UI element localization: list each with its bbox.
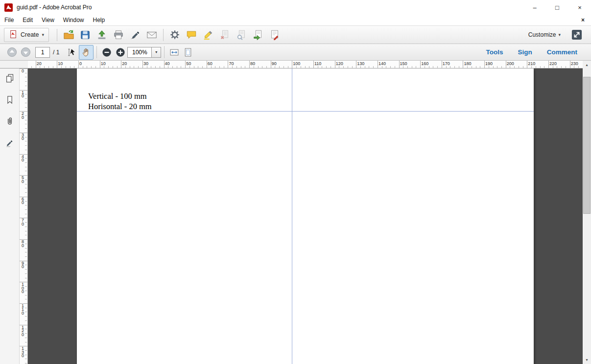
scroll-down-button[interactable]: ▼: [583, 356, 591, 364]
page-text-line: Horisontal - 20 mm: [88, 101, 152, 112]
printer-icon: [113, 29, 124, 40]
pages-icon: [4, 73, 15, 84]
select-cursor-icon: [67, 47, 76, 57]
menu-edit[interactable]: Edit: [18, 15, 37, 25]
plus-circle-icon: [116, 47, 125, 57]
attachments-button[interactable]: [3, 114, 17, 128]
hand-tool-button[interactable]: [79, 45, 94, 60]
bookmark-icon: [5, 95, 15, 105]
create-button[interactable]: Create ▾: [4, 28, 49, 42]
scroll-up-button[interactable]: ▲: [583, 61, 591, 69]
zoom-in-button[interactable]: [114, 46, 127, 59]
comment-pane-button[interactable]: Comment: [547, 48, 577, 56]
close-button[interactable]: ×: [568, 0, 591, 15]
chevron-down-icon: ▾: [42, 32, 45, 37]
scrollbar-thumb[interactable]: [583, 77, 591, 214]
acrobat-window: guid.pdf - Adobe Acrobat Pro – □ × File …: [0, 0, 591, 364]
sign-pen-button[interactable]: [127, 27, 143, 42]
select-tool-button[interactable]: [64, 45, 79, 60]
settings-button[interactable]: [166, 27, 183, 42]
document-delete-button[interactable]: [216, 27, 233, 42]
document-canvas[interactable]: Vertical - 100 mm Horisontal - 20 mm: [28, 68, 583, 364]
document-arrow-icon: [253, 29, 263, 40]
tools-pane-button[interactable]: Tools: [486, 48, 503, 56]
fit-page-icon: [183, 47, 193, 57]
highlighter-icon: [203, 29, 213, 40]
task-pane-links: Tools Sign Comment: [486, 48, 586, 56]
document-magnifier-icon: [236, 29, 247, 40]
bookmarks-button[interactable]: [3, 93, 17, 106]
main-toolbar: Create ▾: [0, 25, 591, 44]
pdf-page[interactable]: Vertical - 100 mm Horisontal - 20 mm: [77, 68, 534, 364]
open-file-button[interactable]: [60, 27, 77, 42]
fullscreen-icon: [571, 29, 582, 40]
acrobat-icon: [4, 3, 13, 12]
edit-form-button[interactable]: [266, 27, 283, 42]
menu-window[interactable]: Window: [59, 15, 89, 25]
pen-icon: [130, 29, 141, 40]
fit-width-icon: [169, 47, 179, 57]
highlight-text-button[interactable]: [200, 27, 216, 42]
page-count-label: / 1: [53, 49, 59, 56]
signature-icon: [5, 138, 15, 148]
horizontal-guide[interactable]: [77, 111, 534, 112]
upload-cloud-button[interactable]: [94, 27, 110, 42]
arrow-down-icon: [21, 47, 31, 57]
next-page-button[interactable]: [19, 46, 32, 59]
fit-width-button[interactable]: [167, 46, 181, 59]
customize-button[interactable]: Customize ▾: [528, 31, 561, 38]
paperclip-icon: [5, 116, 15, 126]
create-label: Create: [21, 31, 39, 38]
sign-pane-button[interactable]: Sign: [518, 48, 532, 56]
customize-label: Customize: [528, 31, 556, 38]
window-controls: – □ ×: [523, 0, 591, 15]
upload-icon: [96, 29, 107, 40]
toolbar-separator: [96, 46, 97, 58]
arrow-up-icon: [7, 47, 17, 57]
email-button[interactable]: [143, 27, 160, 42]
ruler-corner: [0, 61, 28, 68]
zoom-level-input[interactable]: [127, 47, 152, 58]
previous-page-button[interactable]: [5, 46, 19, 59]
toolbar-separator: [57, 29, 57, 41]
document-x-icon: [219, 29, 230, 40]
chevron-down-icon: ▾: [155, 50, 157, 54]
signatures-button[interactable]: [3, 136, 17, 149]
page-number-input[interactable]: [35, 47, 50, 58]
toolbar-separator: [164, 46, 165, 58]
document-search-button[interactable]: [233, 27, 250, 42]
comment-button[interactable]: [183, 27, 200, 42]
vertical-guide[interactable]: [292, 68, 292, 364]
page-text-block: Vertical - 100 mm Horisontal - 20 mm: [88, 91, 152, 112]
save-icon: [80, 29, 91, 40]
form-pen-icon: [269, 29, 280, 40]
vertical-scrollbar[interactable]: ▲ ▼: [583, 61, 591, 364]
titlebar: guid.pdf - Adobe Acrobat Pro – □ ×: [0, 0, 591, 15]
gear-icon: [169, 29, 180, 40]
save-button[interactable]: [77, 27, 94, 42]
minus-circle-icon: [102, 47, 112, 57]
horizontal-ruler[interactable]: 2010010203040506070809010011012013014015…: [28, 61, 583, 68]
document-export-button[interactable]: [250, 27, 266, 42]
zoom-dropdown-button[interactable]: ▾: [152, 47, 161, 58]
vertical-ruler[interactable]: 01 02 03 04 05 06 07 08 09 01 0 01 1 01 …: [20, 68, 28, 364]
zoom-out-button[interactable]: [100, 46, 114, 59]
page-thumbnails-button[interactable]: [3, 71, 17, 85]
print-button[interactable]: [110, 27, 127, 42]
minimize-button[interactable]: –: [523, 0, 546, 15]
navigation-pane: [0, 68, 20, 364]
menu-view[interactable]: View: [37, 15, 59, 25]
speech-bubble-icon: [186, 29, 197, 40]
fullscreen-button[interactable]: [568, 27, 585, 42]
maximize-button[interactable]: □: [546, 0, 568, 15]
menu-file[interactable]: File: [0, 15, 18, 25]
chevron-down-icon: ▾: [558, 32, 561, 37]
toolbar-right: Customize ▾: [528, 27, 587, 42]
menubar-close-icon[interactable]: ×: [575, 17, 591, 23]
window-title: guid.pdf - Adobe Acrobat Pro: [17, 4, 92, 11]
view-toolbar: / 1 ▾: [0, 44, 591, 61]
fit-page-button[interactable]: [181, 46, 195, 59]
menu-help[interactable]: Help: [89, 15, 110, 25]
hand-icon: [81, 47, 91, 57]
open-folder-icon: [63, 29, 74, 41]
